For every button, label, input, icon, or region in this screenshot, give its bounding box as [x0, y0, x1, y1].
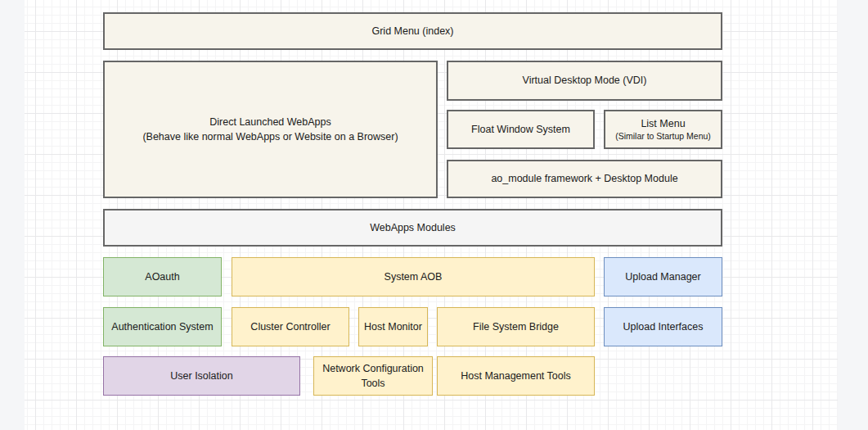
cluster-controller-label: Cluster Controller: [250, 319, 330, 334]
host-mgmt-label: Host Management Tools: [461, 369, 571, 383]
diagram-canvas[interactable]: Grid Menu (index) Direct Launched WebApp…: [25, 0, 838, 430]
ao-module-label: ao_module framework + Desktop Module: [491, 171, 677, 186]
box-list-menu[interactable]: List Menu (Similar to Startup Menu): [604, 110, 722, 149]
upload-interfaces-label: Upload Interfaces: [623, 319, 704, 334]
box-aoauth[interactable]: AOauth: [103, 257, 222, 296]
box-grid-menu[interactable]: Grid Menu (index): [103, 12, 722, 50]
fs-bridge-label: File System Bridge: [473, 319, 559, 334]
box-host-monitor[interactable]: Host Monitor: [358, 307, 428, 346]
page-background: Grid Menu (index) Direct Launched WebApp…: [0, 0, 868, 430]
box-upload-interfaces[interactable]: Upload Interfaces: [604, 307, 722, 346]
vdi-label: Virtual Desktop Mode (VDI): [523, 73, 647, 88]
box-webapps-modules[interactable]: WebApps Modules: [103, 209, 722, 247]
box-network-configuration-tools[interactable]: Network Configuration Tools: [313, 356, 433, 396]
auth-system-label: Authentication System: [111, 319, 213, 334]
box-authentication-system[interactable]: Authentication System: [103, 307, 222, 346]
box-file-system-bridge[interactable]: File System Bridge: [437, 307, 595, 346]
box-host-management-tools[interactable]: Host Management Tools: [437, 356, 595, 396]
grid-menu-label: Grid Menu (index): [371, 24, 453, 38]
upload-manager-label: Upload Manager: [625, 269, 700, 284]
user-isolation-label: User Isolation: [170, 369, 232, 383]
box-ao-module-framework[interactable]: ao_module framework + Desktop Module: [447, 160, 722, 198]
direct-webapps-sublabel: (Behave like normal WebApps or Website o…: [142, 129, 398, 144]
list-menu-label: List Menu: [641, 116, 685, 131]
box-upload-manager[interactable]: Upload Manager: [604, 257, 722, 296]
float-window-label: Float Window System: [471, 122, 570, 137]
list-menu-sublabel: (Similar to Startup Menu): [615, 131, 711, 143]
system-aob-label: System AOB: [385, 269, 443, 284]
webapps-modules-label: WebApps Modules: [370, 220, 456, 235]
host-monitor-label: Host Monitor: [364, 319, 422, 334]
network-config-label: Network Configuration Tools: [319, 361, 427, 391]
aoauth-label: AOauth: [145, 269, 179, 284]
box-system-aob[interactable]: System AOB: [232, 257, 595, 296]
box-float-window-system[interactable]: Float Window System: [447, 110, 595, 149]
direct-webapps-label: Direct Launched WebApps: [209, 115, 331, 129]
box-direct-launched-webapps[interactable]: Direct Launched WebApps (Behave like nor…: [103, 61, 438, 198]
box-cluster-controller[interactable]: Cluster Controller: [232, 307, 349, 346]
box-virtual-desktop-mode[interactable]: Virtual Desktop Mode (VDI): [447, 61, 722, 101]
box-user-isolation[interactable]: User Isolation: [103, 356, 300, 396]
